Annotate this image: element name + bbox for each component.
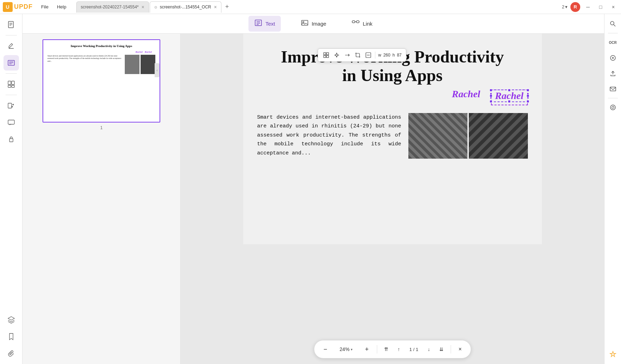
zoom-dropdown-arrow[interactable]: ▾ bbox=[351, 348, 352, 351]
tab-active-close[interactable]: × bbox=[214, 5, 217, 9]
svg-rect-10 bbox=[12, 81, 14, 85]
rachel-signature-2: Rachel bbox=[491, 90, 528, 105]
sidebar-comment-icon[interactable] bbox=[4, 115, 19, 130]
rachel-signature-1: Rachel bbox=[448, 88, 484, 103]
close-button[interactable]: × bbox=[608, 2, 618, 12]
current-page: 1 bbox=[409, 347, 412, 352]
sidebar-highlight-icon[interactable] bbox=[4, 38, 19, 54]
sidebar-divider-1 bbox=[6, 35, 17, 35]
nav-prev-button[interactable]: ↑ bbox=[394, 344, 404, 354]
image-tool-button[interactable]: Image bbox=[295, 16, 332, 32]
doc-image-2 bbox=[469, 113, 528, 159]
zoom-out-button[interactable]: − bbox=[320, 344, 331, 355]
svg-line-32 bbox=[614, 25, 615, 26]
rachel-row: Rachel Rachel bbox=[243, 88, 542, 106]
thumb-images bbox=[125, 55, 155, 74]
total-pages: 1 bbox=[416, 347, 418, 352]
zoom-level-display: 24% ▾ bbox=[334, 346, 358, 352]
app-logo: U UPDF bbox=[3, 2, 33, 12]
sidebar-attachment-icon[interactable] bbox=[4, 346, 19, 361]
page-indicator: 1 / 1 bbox=[407, 346, 421, 353]
text-tool-label: Text bbox=[265, 21, 275, 27]
rachel-selected-container[interactable]: Rachel bbox=[491, 90, 528, 101]
svg-point-31 bbox=[610, 21, 614, 25]
svg-rect-0 bbox=[8, 21, 13, 28]
text-tool-button[interactable]: Text bbox=[248, 16, 281, 32]
tab-inactive-close[interactable]: × bbox=[142, 5, 144, 9]
title-bar: U UPDF File Help screenshot-20240227-154… bbox=[0, 0, 621, 14]
svg-rect-23 bbox=[356, 21, 359, 23]
float-arrange[interactable] bbox=[331, 50, 342, 60]
minimize-button[interactable]: ─ bbox=[583, 2, 593, 12]
right-circle-icon[interactable] bbox=[606, 100, 620, 114]
sidebar-document-icon[interactable] bbox=[4, 17, 19, 32]
nav-next-button[interactable]: ↓ bbox=[424, 344, 434, 354]
image-tool-label: Image bbox=[312, 21, 326, 27]
sidebar-convert-icon[interactable] bbox=[4, 98, 19, 113]
file-menu[interactable]: File bbox=[37, 3, 53, 11]
right-share-icon[interactable] bbox=[606, 66, 620, 80]
collapse-panel-handle[interactable]: ‹ bbox=[155, 63, 160, 77]
thumb-title: Improve Working Productivity in Using Ap… bbox=[47, 44, 155, 48]
h-value: 87 bbox=[397, 53, 401, 58]
link-tool-label: Link bbox=[363, 21, 373, 27]
doc-body-text: Smart devices and internet-based applica… bbox=[257, 113, 401, 158]
help-menu[interactable]: Help bbox=[53, 3, 71, 11]
document-page: Improve Working Productivity in Using Ap… bbox=[243, 34, 542, 244]
maximize-button[interactable]: □ bbox=[596, 2, 606, 12]
svg-point-36 bbox=[612, 106, 614, 108]
thumb-rachel-2: Rachel bbox=[145, 51, 152, 53]
thumbnail-page-1[interactable]: Improve Working Productivity in Using Ap… bbox=[43, 39, 160, 123]
sidebar-layers-icon[interactable] bbox=[4, 312, 19, 327]
svg-rect-11 bbox=[8, 85, 11, 87]
right-divider-2 bbox=[608, 98, 618, 98]
svg-rect-25 bbox=[324, 53, 326, 55]
svg-rect-34 bbox=[610, 87, 616, 91]
sidebar-edit-icon[interactable] bbox=[4, 55, 19, 71]
ocr-icon-tab: ⊙ bbox=[154, 5, 157, 9]
svg-point-35 bbox=[610, 105, 615, 110]
right-sidebar: OCR bbox=[604, 14, 621, 364]
window-controls: 2 ▾ R ─ □ × bbox=[562, 2, 618, 12]
user-avatar[interactable]: R bbox=[570, 2, 580, 12]
sidebar-organize-icon[interactable] bbox=[4, 77, 19, 92]
svg-rect-15 bbox=[9, 139, 13, 142]
float-select-all[interactable] bbox=[321, 50, 331, 60]
tab-active[interactable]: ⊙ screenshot-...154554_OCR × bbox=[150, 1, 221, 13]
nav-last-button[interactable]: ⇊ bbox=[436, 344, 446, 354]
document-view[interactable]: Improve Working Productivity in Using Ap… bbox=[181, 34, 604, 364]
h-label: h bbox=[393, 53, 395, 58]
sidebar-bottom bbox=[4, 312, 19, 361]
zoom-in-button[interactable]: + bbox=[361, 344, 373, 355]
thumb-rachel-1: Rachel bbox=[136, 51, 143, 53]
right-ocr-icon[interactable]: OCR bbox=[606, 35, 620, 49]
bottom-bar: − 24% ▾ + ⇈ ↑ 1 / 1 ↓ ⇊ bbox=[314, 340, 471, 358]
link-tool-button[interactable]: Link bbox=[346, 16, 378, 32]
float-divider bbox=[375, 52, 375, 59]
sidebar-bookmark-icon[interactable] bbox=[4, 329, 19, 344]
right-email-icon[interactable] bbox=[606, 82, 620, 96]
close-nav-button[interactable]: × bbox=[455, 344, 465, 354]
thumbnail-wrapper: Improve Working Productivity in Using Ap… bbox=[43, 39, 160, 130]
doc-images bbox=[408, 113, 528, 159]
tab-inactive[interactable]: screenshot-20240227-154554* × bbox=[76, 1, 149, 13]
sidebar-protect-icon[interactable] bbox=[4, 132, 19, 147]
float-replace[interactable] bbox=[342, 50, 352, 60]
svg-rect-14 bbox=[8, 120, 14, 124]
svg-rect-12 bbox=[12, 85, 14, 87]
float-crop[interactable] bbox=[352, 50, 363, 60]
nav-first-button[interactable]: ⇈ bbox=[381, 344, 391, 354]
right-ai-icon[interactable] bbox=[606, 347, 620, 361]
float-align[interactable] bbox=[363, 50, 374, 60]
svg-rect-22 bbox=[352, 21, 355, 23]
add-tab-button[interactable]: + bbox=[222, 2, 232, 12]
right-divider-1 bbox=[608, 33, 618, 33]
svg-rect-28 bbox=[326, 55, 329, 58]
right-properties-icon[interactable] bbox=[606, 51, 620, 65]
right-search-icon[interactable] bbox=[606, 17, 620, 31]
zoom-percent: 24% bbox=[339, 346, 349, 352]
doc-image-1 bbox=[408, 113, 467, 159]
menu-bar: File Help bbox=[37, 3, 71, 11]
wh-display: w 260 h 87 bbox=[377, 53, 403, 58]
nav-divider bbox=[377, 345, 377, 353]
